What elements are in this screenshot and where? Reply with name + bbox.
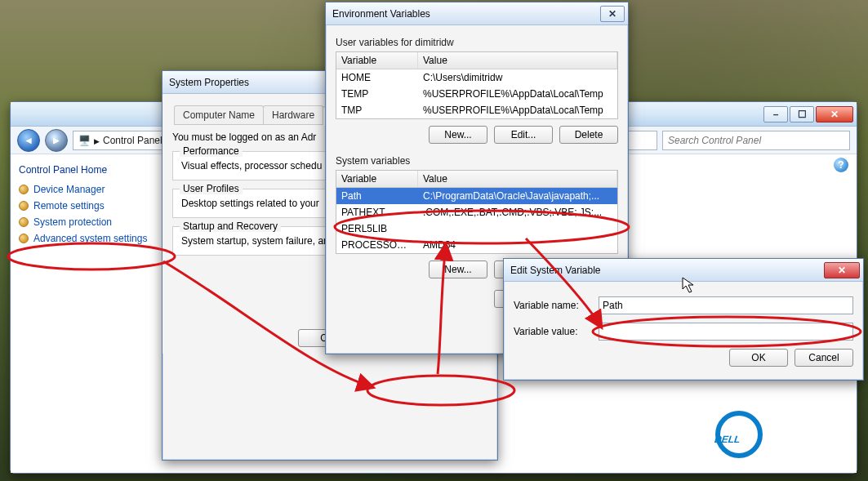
help-icon[interactable]: ?: [834, 158, 848, 172]
breadcrumb-text: Control Panel: [103, 135, 162, 146]
dell-logo-icon: DELL: [714, 406, 837, 463]
tab-computer-name[interactable]: Computer Name: [174, 105, 264, 124]
editvar-titlebar[interactable]: Edit System Variable: [504, 259, 863, 282]
computer-icon: 🖥️: [78, 135, 91, 146]
tab-hardware[interactable]: Hardware: [263, 105, 323, 124]
variable-name-input[interactable]: [599, 296, 853, 314]
close-button[interactable]: [600, 6, 625, 22]
shield-icon: [19, 185, 29, 194]
sidebar-home[interactable]: Control Panel Home: [19, 164, 156, 176]
nav-forward-button[interactable]: ►: [45, 129, 68, 152]
variable-value-label: Variable value:: [514, 326, 599, 337]
sidebar-device-manager[interactable]: Device Manager: [19, 184, 156, 195]
variable-value-input[interactable]: [599, 323, 853, 341]
search-input[interactable]: Search Control Panel: [662, 131, 850, 150]
sys-vars-table[interactable]: VariableValue PathC:\ProgramData\Oracle\…: [336, 170, 618, 254]
user-edit-button[interactable]: Edit...: [494, 126, 553, 144]
shield-icon: [19, 234, 29, 243]
table-row[interactable]: PathC:\ProgramData\Oracle\Java\javapath;…: [336, 188, 617, 204]
col-variable[interactable]: Variable: [336, 171, 418, 187]
table-row[interactable]: TEMP%USERPROFILE%\AppData\Local\Temp: [336, 86, 617, 102]
svg-text:DELL: DELL: [714, 434, 742, 445]
sidebar-remote-settings[interactable]: Remote settings: [19, 200, 156, 212]
close-button[interactable]: [816, 106, 853, 122]
cancel-button[interactable]: Cancel: [795, 349, 853, 367]
col-variable[interactable]: Variable: [336, 52, 418, 69]
group-legend: Performance: [180, 145, 243, 157]
minimize-button[interactable]: [763, 106, 788, 122]
edit-system-variable-dialog: Edit System Variable Variable name: Vari…: [503, 258, 864, 381]
shield-icon: [19, 201, 29, 211]
sidebar-advanced-system-settings[interactable]: Advanced system settings: [19, 233, 156, 244]
group-legend: Startup and Recovery: [180, 220, 281, 232]
table-row[interactable]: PERL5LIB: [336, 220, 617, 237]
table-row[interactable]: TMP%USERPROFILE%\AppData\Local\Temp: [336, 102, 617, 118]
group-legend: User Profiles: [180, 183, 243, 194]
user-new-button[interactable]: New...: [429, 126, 487, 144]
maximize-button[interactable]: [790, 106, 814, 122]
user-delete-button[interactable]: Delete: [559, 126, 618, 144]
chevron-right-icon: [94, 135, 100, 146]
variable-name-label: Variable name:: [514, 300, 599, 311]
control-panel-sidebar: Control Panel Home Device Manager Remote…: [11, 154, 164, 473]
col-value[interactable]: Value: [418, 52, 617, 69]
envvars-titlebar[interactable]: Environment Variables: [326, 2, 628, 25]
shield-icon: [19, 217, 29, 227]
table-row[interactable]: HOMEC:\Users\dimitridw: [336, 69, 617, 86]
user-vars-heading: User variables for dimitridw: [336, 37, 618, 48]
sidebar-system-protection[interactable]: System protection: [19, 216, 156, 228]
col-value[interactable]: Value: [418, 171, 617, 187]
table-row[interactable]: PROCESSOR_A...AMD64: [336, 237, 617, 253]
nav-back-button[interactable]: ◄: [17, 129, 40, 152]
table-row[interactable]: PATHEXT.COM;.EXE;.BAT;.CMD;.VBS;.VBE;.JS…: [336, 204, 617, 220]
dialog-title: Environment Variables: [332, 8, 599, 20]
sys-vars-heading: System variables: [336, 155, 618, 167]
user-vars-table[interactable]: VariableValue HOMEC:\Users\dimitridw TEM…: [336, 51, 618, 119]
close-button[interactable]: [824, 262, 860, 278]
sys-new-button[interactable]: New...: [429, 261, 487, 278]
dialog-title: Edit System Variable: [510, 265, 822, 276]
ok-button[interactable]: OK: [729, 349, 788, 367]
